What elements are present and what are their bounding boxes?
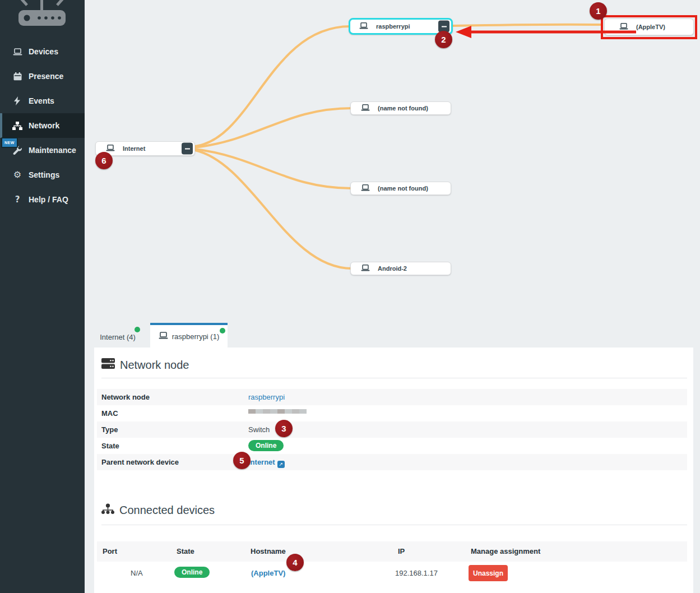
node-unknown-1[interactable]: (name not found) bbox=[350, 101, 451, 115]
laptop-icon bbox=[12, 48, 23, 55]
node-label: Internet bbox=[123, 145, 145, 152]
row-label: MAC bbox=[101, 405, 118, 421]
laptop-icon bbox=[361, 265, 370, 272]
raspberrypi-link[interactable]: raspberrypi bbox=[248, 393, 285, 401]
online-dot-icon bbox=[220, 328, 225, 333]
sidebar-item-label: Maintenance bbox=[29, 146, 76, 155]
node-internet[interactable]: Internet bbox=[95, 141, 195, 156]
node-label: Android-2 bbox=[378, 265, 407, 272]
kv-row-parent: Parent network device Internet↗ bbox=[97, 454, 687, 470]
sidebar-item-label: Devices bbox=[29, 47, 58, 56]
sidebar-item-events[interactable]: Events bbox=[0, 89, 85, 113]
details-panel: Network node Network node raspberrypi MA… bbox=[94, 348, 693, 593]
laptop-icon bbox=[159, 332, 168, 341]
sidebar-item-label: Help / FAQ bbox=[29, 195, 68, 204]
node-android-2[interactable]: Android-2 bbox=[350, 262, 451, 275]
laptop-icon bbox=[361, 184, 370, 192]
node-raspberrypi[interactable]: raspberrypi bbox=[349, 18, 453, 35]
section-title: Connected devices bbox=[119, 504, 215, 517]
sitemap-icon bbox=[101, 503, 114, 517]
main-area: Internet raspberrypi (name not found) (n… bbox=[85, 0, 700, 593]
connected-devices-heading: Connected devices bbox=[101, 503, 215, 517]
laptop-icon bbox=[361, 104, 370, 112]
section-title: Network node bbox=[120, 359, 189, 372]
sidebar-item-label: Network bbox=[29, 121, 59, 130]
node-label: raspberrypi bbox=[376, 23, 410, 30]
port-value: N/A bbox=[131, 569, 143, 577]
hostname-link[interactable]: (AppleTV) bbox=[251, 569, 285, 577]
connected-devices-header-row: Port State Hostname IP Manage assignment bbox=[97, 541, 687, 562]
network-node-heading: Network node bbox=[101, 358, 189, 372]
tab-raspberrypi[interactable]: raspberrypi (1) bbox=[150, 323, 228, 348]
node-unknown-2[interactable]: (name not found) bbox=[350, 182, 451, 195]
laptop-icon bbox=[106, 145, 115, 152]
kv-row-state: State Online bbox=[97, 438, 687, 454]
sidebar-item-help[interactable]: ? Help / FAQ bbox=[0, 187, 85, 212]
sidebar-item-label: Presence bbox=[29, 72, 63, 81]
col-header-port: Port bbox=[103, 541, 117, 562]
calendar-icon bbox=[12, 72, 23, 81]
bolt-icon bbox=[12, 96, 23, 105]
tab-label: Internet (4) bbox=[100, 333, 136, 341]
gear-icon: ⚙ bbox=[12, 170, 23, 179]
connected-device-row: N/A Online (AppleTV) 192.168.1.17 Unassi… bbox=[97, 562, 687, 587]
online-dot-icon bbox=[135, 327, 140, 332]
router-logo-icon bbox=[14, 0, 70, 30]
laptop-icon bbox=[359, 22, 368, 30]
kv-row-type: Type Switch bbox=[97, 421, 687, 438]
row-label: State bbox=[101, 438, 119, 454]
row-label: Network node bbox=[101, 389, 150, 405]
question-icon: ? bbox=[12, 194, 23, 205]
sidebar-item-presence[interactable]: Presence bbox=[0, 64, 85, 89]
divider bbox=[101, 525, 687, 525]
kv-row-mac: MAC bbox=[97, 405, 687, 421]
parent-device-link[interactable]: Internet bbox=[248, 458, 275, 466]
node-label: (name not found) bbox=[378, 105, 428, 112]
node-label: (name not found) bbox=[378, 185, 428, 192]
col-header-manage: Manage assignment bbox=[471, 541, 540, 562]
tab-label: raspberrypi (1) bbox=[172, 332, 220, 341]
new-badge: NEW bbox=[1, 137, 18, 148]
server-icon bbox=[101, 358, 115, 372]
ip-value: 192.168.1.17 bbox=[395, 569, 438, 577]
divider bbox=[101, 378, 687, 378]
collapse-button[interactable] bbox=[438, 21, 449, 33]
connection-lines bbox=[85, 0, 700, 348]
tab-internet[interactable]: Internet (4) bbox=[94, 326, 141, 348]
row-label: Parent network device bbox=[101, 454, 179, 470]
type-value: Switch bbox=[248, 421, 270, 438]
col-header-hostname: Hostname bbox=[251, 541, 286, 562]
sidebar-item-settings[interactable]: ⚙ Settings bbox=[0, 163, 85, 187]
sidebar-item-label: Events bbox=[29, 96, 54, 105]
kv-row-network-node: Network node raspberrypi bbox=[97, 389, 687, 405]
external-link-icon[interactable]: ↗ bbox=[277, 461, 285, 468]
status-badge: Online bbox=[174, 567, 210, 578]
annotation-highlight-appletv bbox=[601, 15, 697, 39]
row-label: Type bbox=[101, 421, 118, 438]
sidebar-item-network[interactable]: Network bbox=[0, 113, 85, 138]
mac-redacted-value bbox=[248, 409, 307, 418]
sidebar-nav: Devices Presence Events Network Maintena… bbox=[0, 39, 85, 212]
sidebar-item-devices[interactable]: Devices bbox=[0, 39, 85, 64]
sidebar-item-label: Settings bbox=[29, 170, 59, 179]
col-header-state: State bbox=[177, 541, 194, 562]
status-badge: Online bbox=[248, 440, 284, 451]
unassign-button[interactable]: Unassign bbox=[469, 565, 508, 581]
collapse-button[interactable] bbox=[182, 143, 193, 155]
sidebar: Devices Presence Events Network Maintena… bbox=[0, 0, 85, 593]
col-header-ip: IP bbox=[398, 541, 405, 562]
network-icon bbox=[12, 122, 23, 130]
